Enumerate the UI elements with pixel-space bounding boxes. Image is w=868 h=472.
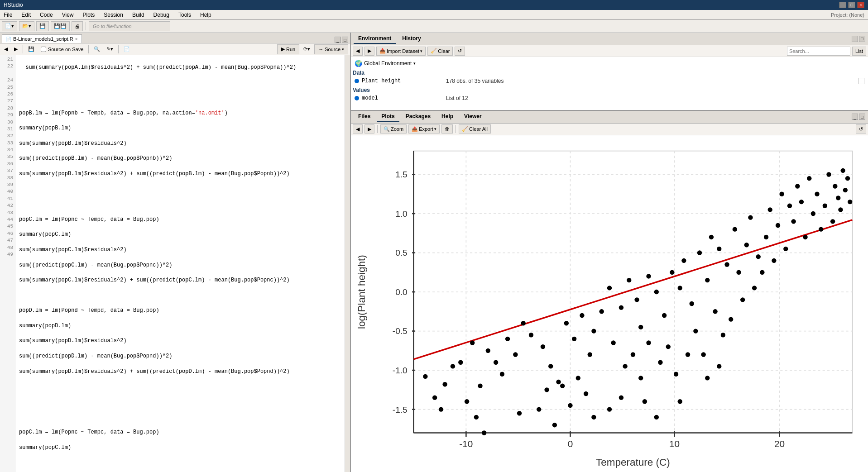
line-numbers: 21 22 24 25 26 27 28 29 30 31 32 33 34 3…	[0, 55, 15, 472]
env-tab-environment[interactable]: Environment	[354, 34, 396, 44]
menu-build[interactable]: Build	[130, 11, 146, 19]
plot-forward-btn[interactable]: ▶	[364, 124, 374, 133]
env-content: 🌍 Global Environment ▾ Data Plant_height…	[351, 57, 868, 110]
svg-point-63	[588, 352, 592, 357]
menu-edit[interactable]: Edit	[19, 11, 33, 19]
import-label: Import Dataset	[387, 48, 419, 54]
svg-point-65	[599, 309, 604, 314]
files-maximize-btn[interactable]: □	[859, 114, 865, 120]
env-panel-controls: _ □	[852, 36, 865, 42]
menu-debug[interactable]: Debug	[152, 11, 171, 19]
plot-refresh-btn[interactable]: ↺	[856, 124, 866, 133]
svg-point-116	[584, 391, 588, 396]
clear-env-button[interactable]: 🧹 Clear	[427, 47, 453, 56]
re-run-btn[interactable]: ⟳▾	[301, 45, 312, 54]
source-on-save-btn[interactable]: Source on Save	[38, 45, 86, 54]
editor-search-btn[interactable]: 🔍	[91, 45, 102, 54]
files-minimize-btn[interactable]: _	[852, 114, 858, 120]
run-button[interactable]: ▶ Run	[277, 44, 299, 54]
files-tab-plots[interactable]: Plots	[377, 112, 399, 122]
source-on-save-checkbox[interactable]	[41, 47, 46, 52]
editor-tab-label: B-Linear_models1_script.R	[13, 36, 73, 42]
menu-help[interactable]: Help	[198, 11, 213, 19]
save-button[interactable]: 💾	[36, 21, 49, 31]
editor-tab-script[interactable]: 📄 B-Linear_models1_script.R ×	[2, 34, 82, 43]
editor-tabs: 📄 B-Linear_models1_script.R × _ □	[0, 33, 350, 43]
editor-compile-btn[interactable]: 📄	[121, 45, 132, 54]
code-scrollbar[interactable]	[345, 55, 350, 472]
svg-point-145	[717, 364, 721, 368]
svg-point-83	[724, 262, 729, 267]
svg-point-118	[544, 387, 549, 392]
svg-point-44	[458, 360, 463, 365]
env-minimize-btn[interactable]: _	[852, 36, 858, 42]
editor-toolbar-sep2	[88, 45, 89, 53]
svg-point-64	[591, 329, 596, 333]
editor-back-btn[interactable]: ◀	[2, 45, 10, 54]
editor-tab-close[interactable]: ×	[75, 37, 78, 42]
env-forward-btn[interactable]: ▶	[364, 47, 374, 56]
zoom-button[interactable]: 🔍 Zoom	[380, 124, 407, 133]
files-tab-packages[interactable]: Packages	[401, 112, 435, 122]
env-list-button[interactable]: List	[852, 47, 866, 56]
print-button[interactable]: 🖨	[72, 21, 83, 31]
svg-point-123	[658, 360, 662, 365]
svg-point-126	[693, 329, 698, 333]
open-file-button[interactable]: 📂▾	[19, 21, 34, 31]
refresh-env-btn[interactable]: ↺	[455, 47, 465, 56]
svg-point-48	[486, 348, 490, 353]
svg-point-74	[662, 313, 667, 318]
maximize-button[interactable]: □	[848, 2, 855, 8]
menu-session[interactable]: Session	[102, 11, 125, 19]
menu-file[interactable]: File	[2, 11, 14, 19]
files-tab-help[interactable]: Help	[437, 112, 458, 122]
env-item-model[interactable]: model List of 12	[353, 94, 866, 102]
env-item-plant-height[interactable]: Plant_height 178 obs. of 35 variables	[353, 77, 866, 85]
menu-code[interactable]: Code	[38, 11, 55, 19]
menu-plots[interactable]: Plots	[81, 11, 97, 19]
goto-file-button[interactable]: Go to file/function	[89, 21, 170, 31]
main-toolbar: 📄▾ 📂▾ 💾 💾💾 🖨 Go to file/function	[0, 20, 868, 33]
svg-point-61	[572, 337, 576, 341]
svg-point-55	[521, 321, 525, 325]
menu-view[interactable]: View	[60, 11, 76, 19]
svg-point-119	[623, 364, 627, 368]
env-maximize-btn[interactable]: □	[859, 36, 865, 42]
editor-forward-btn[interactable]: ▶	[12, 45, 20, 54]
global-env-selector[interactable]: 🌍 Global Environment ▾	[353, 59, 866, 68]
svg-point-115	[576, 376, 580, 380]
export-button[interactable]: 📤 Export ▾	[408, 124, 440, 133]
plot-back-btn[interactable]: ◀	[353, 124, 363, 133]
svg-point-77	[681, 258, 686, 263]
delete-plot-btn[interactable]: 🗑	[441, 124, 453, 133]
editor-format-btn[interactable]: ✎▾	[104, 45, 115, 54]
import-chevron: ▾	[420, 49, 422, 53]
env-tabs: Environment History _ □	[351, 33, 868, 45]
minimize-button[interactable]: _	[839, 2, 846, 8]
source-button[interactable]: → Source ▾	[314, 44, 348, 54]
import-dataset-button[interactable]: 📥 Import Dataset ▾	[376, 47, 426, 56]
clear-all-button[interactable]: 🧹 Clear All	[459, 124, 491, 133]
left-panel: 📄 B-Linear_models1_script.R × _ □ ◀ ▶ 💾	[0, 33, 351, 472]
save-all-button[interactable]: 💾💾	[51, 21, 70, 31]
svg-point-57	[541, 344, 545, 349]
code-editor[interactable]: 21 22 24 25 26 27 28 29 30 31 32 33 34 3…	[0, 55, 350, 472]
new-file-button[interactable]: 📄▾	[2, 21, 17, 31]
svg-point-47	[465, 399, 469, 404]
svg-point-93	[783, 247, 788, 251]
menu-bar: File Edit Code View Plots Session Build …	[0, 10, 868, 20]
editor-minimize-btn[interactable]: _	[335, 37, 341, 43]
files-tab-files[interactable]: Files	[354, 112, 375, 122]
editor-save-btn[interactable]: 💾	[26, 45, 37, 54]
env-search-input[interactable]	[787, 47, 850, 56]
svg-point-53	[474, 415, 479, 420]
global-env-label: Global Environment	[364, 60, 412, 67]
menu-tools[interactable]: Tools	[177, 11, 193, 19]
svg-point-134	[772, 258, 776, 263]
editor-maximize-btn[interactable]: □	[342, 37, 348, 43]
env-back-btn[interactable]: ◀	[353, 47, 363, 56]
files-tab-viewer[interactable]: Viewer	[460, 112, 486, 122]
env-tab-history[interactable]: History	[398, 34, 425, 44]
code-content[interactable]: sum(summary(popA.lm)$residuals^2) + sum(…	[15, 55, 345, 472]
close-button[interactable]: ×	[857, 2, 864, 8]
